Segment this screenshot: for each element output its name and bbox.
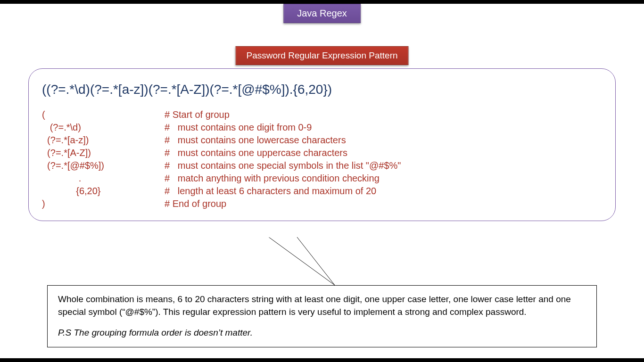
- desc-cell: # End of group: [165, 197, 602, 210]
- top-border: [0, 0, 644, 4]
- note-ps: P.S The grouping formula order is doesn’…: [58, 327, 586, 339]
- pattern-cell: (?=.*\d): [42, 121, 165, 134]
- desc-cell: # must contains one digit from 0-9: [165, 121, 602, 134]
- table-row: )# End of group: [42, 197, 602, 210]
- desc-cell: # must contains one lowercase characters: [165, 134, 602, 147]
- regex-pattern: ((?=.*\d)(?=.*[a-z])(?=.*[A-Z])(?=.*[@#$…: [42, 82, 602, 97]
- table-row: (?=.*[@#$%])# must contains one special …: [42, 159, 602, 172]
- pattern-cell: (?=.*[@#$%]): [42, 159, 165, 172]
- pattern-cell: (?=.*[a-z]): [42, 134, 165, 147]
- table-row: (?=.*\d)# must contains one digit from 0…: [42, 121, 602, 134]
- table-row: .# match anything with previous conditio…: [42, 172, 602, 185]
- pattern-cell: ): [42, 197, 165, 210]
- table-row: (# Start of group: [42, 108, 602, 121]
- table-row: (?=.*[a-z])# must contains one lowercase…: [42, 134, 602, 147]
- explanation-note: Whole combination is means, 6 to 20 char…: [47, 285, 597, 347]
- pattern-cell: (: [42, 108, 165, 121]
- header-badge-subtitle: Password Regular Expression Pattern: [235, 46, 408, 65]
- regex-explanation-table: (# Start of group (?=.*\d)# must contain…: [42, 108, 602, 210]
- desc-cell: # must contains one special symbols in t…: [165, 159, 602, 172]
- table-row: {6,20}# length at least 6 characters and…: [42, 185, 602, 197]
- regex-panel: ((?=.*\d)(?=.*[a-z])(?=.*[A-Z])(?=.*[@#$…: [28, 68, 616, 221]
- pattern-cell: .: [42, 172, 165, 185]
- header-badge-topic: Java Regex: [283, 4, 361, 23]
- desc-cell: # match anything with previous condition…: [165, 172, 602, 185]
- desc-cell: # Start of group: [165, 108, 602, 121]
- table-row: (?=.*[A-Z])# must contains one uppercase…: [42, 147, 602, 159]
- desc-cell: # must contains one uppercase characters: [165, 147, 602, 159]
- bottom-border: [0, 358, 644, 362]
- note-body: Whole combination is means, 6 to 20 char…: [58, 293, 586, 318]
- pattern-cell: {6,20}: [42, 185, 165, 197]
- speech-tail-icon: [264, 236, 339, 288]
- desc-cell: # length at least 6 characters and maxim…: [165, 185, 602, 197]
- pattern-cell: (?=.*[A-Z]): [42, 147, 165, 159]
